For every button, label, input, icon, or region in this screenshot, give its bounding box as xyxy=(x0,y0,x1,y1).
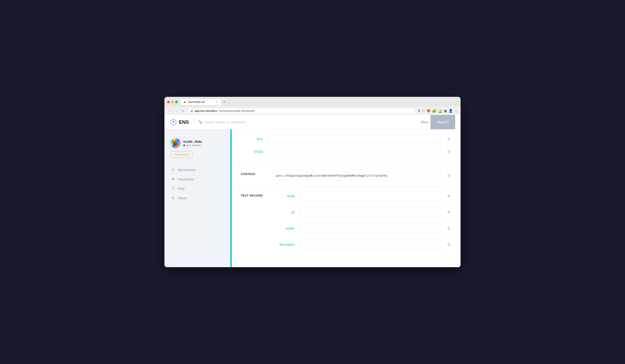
btc-label: BTC xyxy=(241,137,263,141)
content-section-header: CONTENT xyxy=(241,172,268,176)
search-placeholder: Search names or addresses xyxy=(204,120,246,124)
tabs-row: ◈ planetable.eth ✕ + ⌄ xyxy=(181,99,230,105)
email-input[interactable] xyxy=(299,192,442,201)
chevron-down-icon: ▾ xyxy=(426,120,428,124)
sidebar-item-faq[interactable]: ? FAQ xyxy=(164,184,231,193)
svg-rect-12 xyxy=(178,143,181,146)
btc-row: BTC 🗑 xyxy=(241,135,452,144)
avatar xyxy=(171,138,181,148)
close-button[interactable] xyxy=(167,101,170,103)
content-section: CONTENT ipns://k51qzi5uqu5dgv8kzl1anc0m7… xyxy=(232,166,461,186)
svg-rect-9 xyxy=(171,143,173,146)
account-details: 0x18d...6b9a Main Network xyxy=(183,140,225,147)
address-domain: app.ens.domains xyxy=(195,109,217,112)
email-label: email xyxy=(272,194,295,198)
svg-rect-5 xyxy=(171,141,173,143)
bookmark-icon[interactable]: ☆ xyxy=(422,109,425,113)
content-area: BTC 🗑 DOGE 🗑 CONTENT ipns://k51qzi5uqu5d xyxy=(232,129,461,267)
traffic-lights xyxy=(167,101,178,103)
content-delete-button[interactable]: 🗑 xyxy=(446,173,452,179)
header-divider xyxy=(193,119,194,126)
search-icon: 🔍 xyxy=(198,120,202,124)
share-icon[interactable]: ⬆ xyxy=(417,109,420,113)
question-icon: ? xyxy=(171,187,175,191)
svg-rect-10 xyxy=(173,143,176,146)
address-path: /name/planetable.eth/details xyxy=(218,109,255,112)
address-bar[interactable]: 🔒 app.ens.domains /name/planetable.eth/d… xyxy=(187,108,416,114)
fox-icon[interactable]: 🦊 xyxy=(426,109,431,113)
svg-rect-11 xyxy=(176,143,178,146)
avatar-row: avatar 🗑 xyxy=(272,224,452,233)
profile-icon[interactable]: 👤 xyxy=(448,109,453,113)
coin-section: BTC 🗑 DOGE 🗑 xyxy=(232,129,461,166)
reload-button[interactable]: ↻ xyxy=(181,109,185,113)
info-icon: ℹ xyxy=(171,196,175,200)
url-input[interactable] xyxy=(299,208,442,217)
network-badge: Main Network xyxy=(183,144,225,147)
app-content: ENS 🔍 Search names or addresses EN ▾ Sea… xyxy=(164,115,461,267)
svg-rect-2 xyxy=(173,138,176,141)
split-view-icon[interactable]: ▣ xyxy=(444,109,447,113)
puzzle-icon[interactable]: 🧩 xyxy=(432,109,437,113)
doge-input[interactable] xyxy=(268,147,442,156)
sidebar-item-favourites[interactable]: ♥ Favourites xyxy=(164,174,231,184)
email-row: email 🗑 xyxy=(272,192,452,201)
forward-button[interactable]: → xyxy=(174,109,179,113)
url-row: url 🗑 xyxy=(272,208,452,217)
bell-icon[interactable]: 🔔 xyxy=(438,109,442,113)
svg-rect-7 xyxy=(176,141,178,143)
sidebar-item-label: About xyxy=(178,196,187,200)
svg-rect-15 xyxy=(176,146,178,148)
tab-expand-icon: ⌄ xyxy=(227,102,230,105)
avatar-label: avatar xyxy=(272,227,295,230)
back-button[interactable]: ← xyxy=(167,109,172,113)
svg-rect-16 xyxy=(178,146,181,148)
network-dot xyxy=(183,144,185,146)
btc-delete-button[interactable]: 🗑 xyxy=(446,136,452,142)
doge-row: DOGE 🗑 xyxy=(241,147,452,156)
sidebar-nav: ≡ My Account ♥ Favourites ? FAQ ℹ About xyxy=(164,163,231,205)
tab-title: planetable.eth xyxy=(188,100,205,104)
description-row: description 🗑 xyxy=(272,240,452,249)
account-address: 0x18d...6b9a xyxy=(183,140,225,143)
address-bar-row: ← → ↻ 🔒 app.ens.domains /name/planetable… xyxy=(164,107,461,115)
ens-logo[interactable]: ENS xyxy=(170,119,189,126)
browser-tab[interactable]: ◈ planetable.eth ✕ xyxy=(181,99,221,105)
disconnect-button[interactable]: Disconnect xyxy=(171,151,193,158)
sidebar-item-label: My Account xyxy=(178,168,195,172)
avatar-delete-button[interactable]: 🗑 xyxy=(446,225,452,231)
email-delete-button[interactable]: 🗑 xyxy=(446,193,452,199)
language-selector[interactable]: EN ▾ xyxy=(418,119,431,125)
minimize-button[interactable] xyxy=(171,101,174,103)
search-bar[interactable]: 🔍 Search names or addresses xyxy=(198,120,418,124)
svg-rect-4 xyxy=(178,138,181,141)
sidebar-item-label: FAQ xyxy=(178,187,185,191)
search-button[interactable]: Search xyxy=(431,115,455,129)
svg-rect-14 xyxy=(173,146,176,148)
fullscreen-button[interactable] xyxy=(175,101,178,103)
sidebar-item-about[interactable]: ℹ About xyxy=(164,193,231,203)
tab-close-button[interactable]: ✕ xyxy=(216,101,218,104)
doge-delete-button[interactable]: 🗑 xyxy=(446,149,452,155)
btc-input[interactable] xyxy=(268,135,442,144)
url-label: url xyxy=(272,210,295,214)
heart-icon: ♥ xyxy=(171,177,175,181)
content-value: ipns://k51qzi5uqu5dgv8kzl1anc0m74n6t9ffd… xyxy=(272,171,442,181)
description-input[interactable] xyxy=(299,240,442,249)
doge-label: DOGE xyxy=(241,150,263,154)
description-delete-button[interactable]: 🗑 xyxy=(446,242,452,248)
sidebar-item-my-account[interactable]: ≡ My Account xyxy=(164,165,231,174)
tab-favicon-icon: ◈ xyxy=(184,100,187,104)
svg-rect-1 xyxy=(171,138,173,141)
url-delete-button[interactable]: 🗑 xyxy=(446,209,452,215)
avatar-image xyxy=(171,138,181,148)
svg-rect-3 xyxy=(176,138,178,141)
ens-logo-icon xyxy=(170,119,177,126)
browser-chrome: ◈ planetable.eth ✕ + ⌄ xyxy=(164,97,461,107)
sidebar-item-label: Favourites xyxy=(178,177,194,181)
menu-icon[interactable]: ⋮ xyxy=(454,109,458,113)
avatar-input[interactable] xyxy=(299,224,442,233)
new-tab-button[interactable]: + xyxy=(221,99,227,105)
ens-logo-text: ENS xyxy=(179,119,189,125)
text-record-section: TEXT RECORD email 🗑 url 🗑 xyxy=(232,186,461,258)
